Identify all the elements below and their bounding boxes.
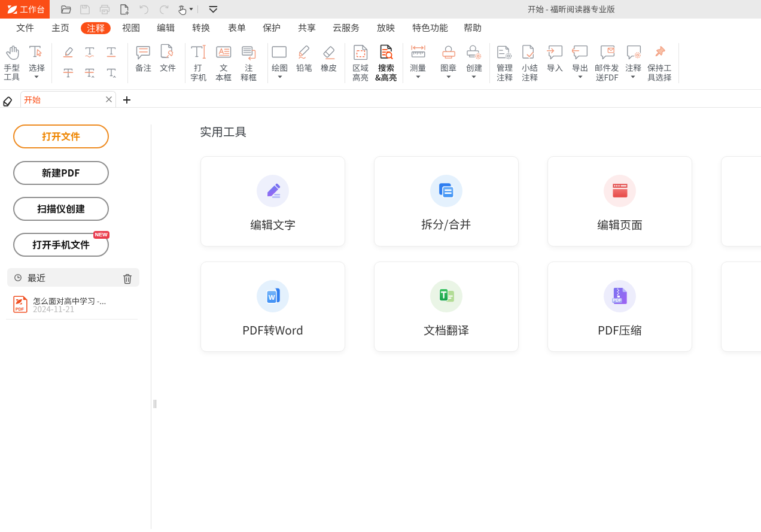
svg-text:W: W bbox=[268, 294, 275, 301]
svg-text:PDF: PDF bbox=[16, 307, 25, 311]
svg-text:PDF: PDF bbox=[613, 297, 622, 303]
